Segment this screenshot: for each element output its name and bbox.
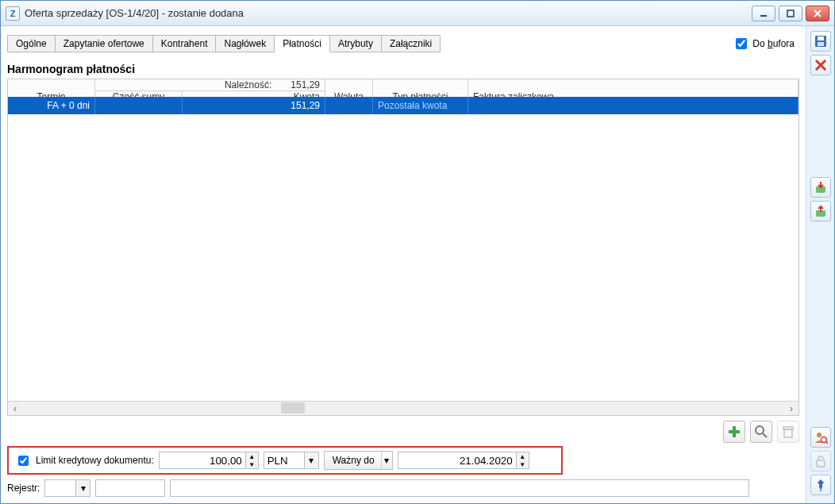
chevron-down-icon[interactable]: ▾ — [76, 479, 90, 497]
tab-zalaczniki[interactable]: Załączniki — [381, 35, 441, 52]
limit-amount-input[interactable] — [159, 452, 246, 469]
import-icon — [814, 180, 828, 194]
close-icon — [813, 9, 822, 18]
limit-checkbox[interactable] — [18, 456, 29, 466]
svg-rect-11 — [818, 37, 824, 40]
scroll-right-icon[interactable]: › — [784, 402, 798, 415]
spin-down-icon[interactable]: ▼ — [246, 460, 258, 468]
tab-platnosci[interactable]: Płatności — [274, 35, 330, 52]
header-naleznosc: Należność: 151,29 — [95, 79, 325, 91]
minimize-icon — [759, 9, 768, 18]
register-combo[interactable]: ▾ — [44, 479, 90, 497]
valid-date-input[interactable] — [398, 452, 517, 469]
do-bufora-checkbox[interactable]: Do bufora — [733, 36, 799, 52]
tab-atrybuty[interactable]: Atrybuty — [329, 35, 382, 52]
save-icon — [814, 34, 828, 48]
pin-icon — [814, 478, 828, 492]
window-title: Oferta sprzedaży [OS-1/4/20] - zostanie … — [25, 7, 752, 19]
cell-waluta — [325, 97, 373, 114]
tab-ogolne[interactable]: Ogólne — [7, 35, 56, 52]
scroll-left-icon[interactable]: ‹ — [8, 402, 22, 415]
naleznosc-label: Należność: — [225, 79, 271, 90]
lock-button — [810, 451, 831, 471]
svg-point-6 — [756, 426, 764, 434]
chevron-down-icon[interactable]: ▾ — [381, 452, 392, 469]
window-buttons — [752, 6, 834, 21]
cell-kwota: 151,29 — [183, 97, 325, 114]
add-button[interactable] — [723, 421, 745, 443]
svg-line-17 — [825, 442, 828, 444]
currency-input[interactable] — [264, 452, 305, 469]
section-title: Harmonogram płatności — [7, 63, 799, 75]
limit-label: Limit kredytowy dokumentu: — [36, 455, 154, 466]
register-display-2 — [170, 479, 749, 497]
magnifier-icon — [754, 425, 768, 439]
register-row: Rejestr: ▾ — [7, 479, 799, 497]
app-icon: Z — [6, 6, 20, 21]
currency-combo[interactable]: ▾ — [264, 452, 319, 469]
grid-toolbar — [7, 421, 799, 443]
limit-amount-spinner[interactable]: ▲▼ — [159, 452, 259, 469]
export-icon — [814, 204, 828, 218]
register-display-1 — [95, 479, 165, 497]
grid-header: Termin Należność: 151,29 Część sumy Kwot — [8, 79, 798, 97]
spin-up-icon[interactable]: ▲ — [246, 452, 258, 460]
svg-point-16 — [821, 437, 826, 443]
delete-icon — [814, 58, 828, 72]
do-bufora-label: Do bufora — [752, 38, 795, 49]
svg-rect-12 — [818, 42, 824, 46]
naleznosc-value: 151,29 — [291, 79, 320, 90]
svg-rect-1 — [787, 10, 794, 17]
spin-up-icon[interactable]: ▲ — [517, 452, 529, 460]
save-button[interactable] — [810, 31, 831, 52]
wazny-do-label: Ważny do — [333, 455, 375, 466]
tab-naglowek[interactable]: Nagłówek — [215, 35, 275, 52]
maximize-button[interactable] — [779, 6, 802, 21]
delete-button[interactable] — [810, 55, 831, 75]
close-button[interactable] — [806, 6, 829, 21]
spin-buttons[interactable]: ▲▼ — [517, 452, 529, 469]
spin-buttons[interactable]: ▲▼ — [246, 452, 259, 469]
plus-icon — [727, 425, 741, 439]
tab-row: Ogólne Zapytanie ofertowe Kontrahent Nag… — [7, 33, 799, 55]
scroll-thumb[interactable] — [281, 402, 305, 414]
svg-rect-18 — [817, 460, 825, 467]
svg-rect-8 — [784, 429, 792, 437]
register-input[interactable] — [44, 479, 76, 497]
limit-kredytowy-panel: Limit kredytowy dokumentu: ▲▼ ▾ Ważny do… — [7, 446, 563, 475]
cell-faktura — [468, 97, 798, 114]
scroll-track[interactable] — [22, 402, 784, 415]
search-button[interactable] — [750, 421, 772, 443]
spin-down-icon[interactable]: ▼ — [517, 460, 529, 468]
valid-date-spinner[interactable]: ▲▼ — [398, 452, 529, 469]
lock-open-icon — [814, 454, 828, 468]
horizontal-scrollbar[interactable]: ‹ › — [8, 401, 798, 415]
do-bufora-input[interactable] — [736, 38, 747, 49]
trash-button — [777, 421, 799, 443]
maximize-icon — [786, 9, 795, 18]
import-button[interactable] — [810, 177, 831, 198]
svg-point-15 — [817, 433, 822, 437]
payments-grid: Termin Należność: 151,29 Część sumy Kwot — [7, 79, 799, 416]
pin-button[interactable] — [810, 475, 831, 495]
grid-body[interactable]: FA + 0 dni 151,29 Pozostała kwota — [8, 97, 798, 401]
titlebar: Z Oferta sprzedaży [OS-1/4/20] - zostani… — [1, 1, 834, 26]
trash-icon — [781, 425, 795, 439]
table-row[interactable]: FA + 0 dni 151,29 Pozostała kwota — [8, 97, 798, 114]
tab-kontrahent[interactable]: Kontrahent — [152, 35, 217, 52]
export-button[interactable] — [810, 201, 831, 221]
user-detail-icon — [814, 430, 828, 444]
main-area: Ogólne Zapytanie ofertowe Kontrahent Nag… — [1, 26, 806, 503]
window-body: Ogólne Zapytanie ofertowe Kontrahent Nag… — [1, 26, 834, 503]
cell-termin: FA + 0 dni — [8, 97, 95, 114]
svg-rect-5 — [729, 430, 740, 433]
register-label: Rejestr: — [7, 483, 40, 494]
minimize-button[interactable] — [752, 6, 775, 21]
wazny-do-button[interactable]: Ważny do ▾ — [324, 451, 393, 470]
window-frame: Z Oferta sprzedaży [OS-1/4/20] - zostani… — [0, 0, 835, 504]
svg-line-7 — [763, 433, 767, 437]
chevron-down-icon[interactable]: ▾ — [305, 452, 319, 469]
tab-zapytanie[interactable]: Zapytanie ofertowe — [55, 35, 153, 52]
user-detail-button[interactable] — [810, 427, 831, 448]
svg-rect-9 — [783, 427, 793, 429]
